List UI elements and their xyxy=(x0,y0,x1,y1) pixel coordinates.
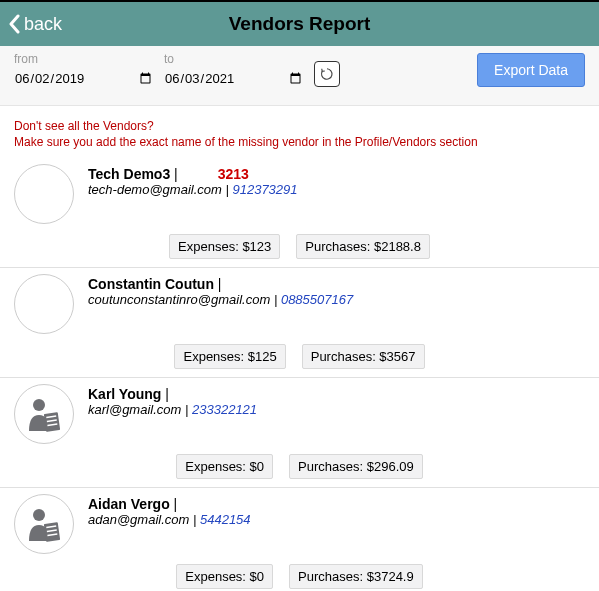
vendor-head: Tech Demo3 |3213tech-demo@gmail.com | 91… xyxy=(14,164,585,224)
purchases-badge: Purchases: $296.09 xyxy=(289,454,423,479)
vendor-avatar xyxy=(14,164,74,224)
vendor-info: Aidan Vergo |adan@gmail.com | 5442154 xyxy=(88,494,585,529)
vendor-name-text: Tech Demo3 xyxy=(88,166,170,182)
vendor-email: coutunconstantinro@gmail.com xyxy=(88,292,270,307)
separator: | xyxy=(214,276,222,292)
vendor-contact: karl@gmail.com | 233322121 xyxy=(88,402,585,419)
vendor-avatar xyxy=(14,384,74,444)
purchases-badge: Purchases: $3724.9 xyxy=(289,564,423,589)
vendor-row[interactable]: Aidan Vergo |adan@gmail.com | 5442154Exp… xyxy=(0,488,599,591)
vendor-phone: 233322121 xyxy=(192,402,257,417)
filter-bar: from to Export Data xyxy=(0,46,599,106)
back-label: back xyxy=(24,14,62,35)
vendor-head: Karl Young |karl@gmail.com | 233322121 xyxy=(14,384,585,444)
separator: | xyxy=(170,166,178,182)
date-to-group: to xyxy=(164,52,304,89)
vendor-name: Constantin Coutun | xyxy=(88,276,585,292)
vendor-email: adan@gmail.com xyxy=(88,512,189,527)
svg-point-0 xyxy=(33,399,45,411)
vendor-stats: Expenses: $125Purchases: $3567 xyxy=(14,334,585,375)
vendor-name-text: Constantin Coutun xyxy=(88,276,214,292)
vendor-phone: 5442154 xyxy=(200,512,251,527)
svg-point-5 xyxy=(33,509,45,521)
separator: | xyxy=(161,386,169,402)
vendor-name: Aidan Vergo | xyxy=(88,496,585,512)
vendor-contact: tech-demo@gmail.com | 912373291 xyxy=(88,182,585,199)
vendor-info: Constantin Coutun |coutunconstantinro@gm… xyxy=(88,274,585,309)
export-button[interactable]: Export Data xyxy=(477,53,585,87)
date-to-input[interactable] xyxy=(164,68,304,89)
vendor-row[interactable]: Karl Young |karl@gmail.com | 233322121Ex… xyxy=(0,378,599,488)
vendor-name-text: Karl Young xyxy=(88,386,161,402)
vendor-row[interactable]: Constantin Coutun |coutunconstantinro@gm… xyxy=(0,268,599,378)
back-button[interactable]: back xyxy=(0,14,62,35)
to-label: to xyxy=(164,52,304,66)
warning-line2: Make sure you add the exact name of the … xyxy=(14,134,585,150)
purchases-badge: Purchases: $2188.8 xyxy=(296,234,430,259)
date-from-input[interactable] xyxy=(14,68,154,89)
refresh-icon xyxy=(320,67,334,81)
from-label: from xyxy=(14,52,154,66)
top-bar: back Vendors Report xyxy=(0,0,599,46)
vendor-contact: adan@gmail.com | 5442154 xyxy=(88,512,585,529)
expenses-badge: Expenses: $0 xyxy=(176,454,273,479)
separator: | xyxy=(170,496,178,512)
warning-message: Don't see all the Vendors? Make sure you… xyxy=(0,106,599,158)
refresh-button[interactable] xyxy=(314,61,340,87)
vendor-stats: Expenses: $123Purchases: $2188.8 xyxy=(14,224,585,265)
vendor-highlight: 3213 xyxy=(178,166,249,182)
vendor-name: Tech Demo3 |3213 xyxy=(88,166,585,182)
svg-rect-1 xyxy=(44,412,60,432)
expenses-badge: Expenses: $123 xyxy=(169,234,280,259)
vendor-head: Constantin Coutun |coutunconstantinro@gm… xyxy=(14,274,585,334)
vendor-stats: Expenses: $0Purchases: $3724.9 xyxy=(14,554,585,591)
expenses-badge: Expenses: $125 xyxy=(174,344,285,369)
svg-rect-6 xyxy=(44,522,60,542)
vendor-head: Aidan Vergo |adan@gmail.com | 5442154 xyxy=(14,494,585,554)
page-title: Vendors Report xyxy=(0,13,599,35)
vendor-email: tech-demo@gmail.com xyxy=(88,182,222,197)
vendor-info: Karl Young |karl@gmail.com | 233322121 xyxy=(88,384,585,419)
vendor-name-text: Aidan Vergo xyxy=(88,496,170,512)
vendor-row[interactable]: Tech Demo3 |3213tech-demo@gmail.com | 91… xyxy=(0,158,599,268)
expenses-badge: Expenses: $0 xyxy=(176,564,273,589)
vendor-phone: 0885507167 xyxy=(281,292,353,307)
date-from-group: from xyxy=(14,52,154,89)
vendor-phone: 912373291 xyxy=(232,182,297,197)
vendor-avatar xyxy=(14,274,74,334)
vendor-name: Karl Young | xyxy=(88,386,585,402)
vendor-list: Tech Demo3 |3213tech-demo@gmail.com | 91… xyxy=(0,158,599,591)
vendor-contact: coutunconstantinro@gmail.com | 088550716… xyxy=(88,292,585,309)
purchases-badge: Purchases: $3567 xyxy=(302,344,425,369)
chevron-left-icon xyxy=(8,14,22,34)
vendor-email: karl@gmail.com xyxy=(88,402,181,417)
warning-line1: Don't see all the Vendors? xyxy=(14,118,585,134)
vendor-avatar xyxy=(14,494,74,554)
vendor-stats: Expenses: $0Purchases: $296.09 xyxy=(14,444,585,485)
vendor-info: Tech Demo3 |3213tech-demo@gmail.com | 91… xyxy=(88,164,585,199)
